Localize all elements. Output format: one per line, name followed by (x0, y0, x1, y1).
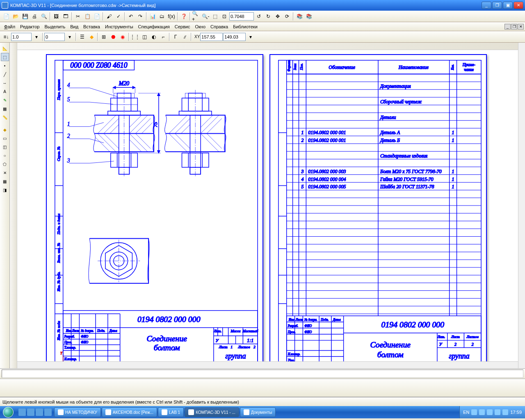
tool-geometry[interactable]: 📐 (1, 44, 9, 52)
tool-dim[interactable]: ↔ (1, 79, 9, 87)
frame-button[interactable]: 🖼 (52, 12, 61, 21)
zoom-fit-button[interactable]: ⊡ (220, 12, 229, 21)
coord-dd[interactable]: ▾ (246, 32, 255, 41)
tool-line[interactable]: ╱ (1, 70, 9, 78)
menu-select[interactable]: Выделить (42, 23, 68, 30)
tool-sel-cross[interactable]: ✕ (1, 169, 9, 177)
copy-button[interactable]: 📋 (83, 12, 92, 21)
tool-text[interactable]: A (1, 87, 9, 96)
ql-2[interactable] (27, 409, 34, 416)
task-2[interactable]: АКСЕНОВ.doc [Реж... (102, 407, 157, 417)
tool-sel-circle[interactable]: ○ (1, 151, 9, 160)
tray-icon-5[interactable] (502, 409, 508, 415)
zoom-next-button[interactable]: ↻ (264, 12, 273, 21)
vars-button[interactable]: f(x) (167, 12, 176, 21)
snap3-button[interactable]: ◉ (118, 32, 127, 41)
pan-button[interactable]: ✥ (273, 12, 282, 21)
menu-insert[interactable]: Вставка (81, 23, 103, 30)
tray-icon-4[interactable] (495, 409, 500, 415)
help-tool-button[interactable]: ❓ (179, 12, 188, 21)
tool-param[interactable]: ▦ (1, 105, 9, 113)
menu-view[interactable]: Вид (68, 23, 81, 30)
task-3[interactable]: LAB 1 (158, 407, 184, 417)
tool-edit[interactable]: ✎ (1, 96, 9, 104)
tool-sel-inv[interactable]: ◨ (1, 186, 9, 194)
restore-button[interactable]: ▣ (503, 2, 513, 9)
grid-button[interactable]: ⋮⋮ (130, 32, 139, 41)
tray-icon-3[interactable] (487, 409, 493, 415)
ortho-button[interactable]: ◫ (140, 32, 149, 41)
open-button[interactable]: 📂 (11, 12, 20, 21)
scale-combo[interactable] (11, 33, 32, 41)
tool-sel-all[interactable]: ▦ (1, 177, 9, 185)
close-button[interactable]: ✕ (514, 2, 523, 9)
copy-props-button[interactable]: 🖌 (105, 12, 114, 21)
menu-libs[interactable]: Библиотеки (231, 23, 260, 30)
cur-state-button[interactable]: ≡↓ (2, 32, 11, 41)
color-button[interactable]: ◆ (87, 32, 96, 41)
task-1[interactable]: НА МЕТОДИЧКУ (54, 407, 101, 417)
ql-4[interactable] (44, 409, 52, 416)
mdi-restore[interactable]: ❐ (511, 24, 517, 30)
tray-icon-1[interactable] (471, 409, 477, 415)
menu-tools[interactable]: Инструменты (103, 23, 136, 30)
save-button[interactable]: 💾 (21, 12, 30, 21)
task-4[interactable]: КОМПАС-3D V11 - ... (185, 407, 239, 417)
tool-point[interactable]: • (1, 62, 9, 70)
refresh-button[interactable]: ⟳ (283, 12, 292, 21)
menu-edit[interactable]: Редактор (18, 23, 42, 30)
paral-button[interactable]: ⫽ (180, 32, 189, 41)
ql-3[interactable] (36, 409, 43, 416)
task-5[interactable]: Документы (240, 407, 276, 417)
zoom-combo[interactable] (229, 12, 254, 21)
tool-measure[interactable]: 📏 (1, 113, 9, 121)
cut-button[interactable]: ✂ (73, 12, 82, 21)
step-dd[interactable]: ▾ (65, 32, 74, 41)
round-button[interactable]: ◐ (149, 32, 158, 41)
undo-button[interactable]: ↶ (126, 12, 135, 21)
layer-button[interactable]: ☰ (78, 32, 87, 41)
mdi-close[interactable]: ✕ (518, 24, 524, 30)
menu-help[interactable]: Справка (208, 23, 231, 30)
lang-indicator[interactable]: EN (463, 410, 469, 415)
tool-sel-trap[interactable]: ◫ (1, 143, 9, 151)
print-button[interactable]: 🖨 (30, 12, 39, 21)
menu-service[interactable]: Сервис (172, 23, 193, 30)
menu-spec[interactable]: Спецификация (136, 23, 172, 30)
lib2-button[interactable]: 📚 (304, 12, 313, 21)
drawing-canvas[interactable]: 000 000 Z080 4610 Перв. примен Справ. № … (17, 50, 518, 361)
props-button[interactable]: ✓ (114, 12, 123, 21)
step-combo[interactable] (44, 33, 65, 41)
minimize-button[interactable]: _ (482, 2, 491, 9)
zoom-out-button[interactable]: 🔍- (201, 12, 210, 21)
tool-sel-frame[interactable]: ▭ (1, 134, 9, 142)
tool-select[interactable]: ⬚ (1, 53, 9, 61)
menu-window[interactable]: Окно (192, 23, 208, 30)
lib-button[interactable]: 📚 (295, 12, 304, 21)
snap1-button[interactable]: ⊞ (99, 32, 108, 41)
maximize-button[interactable]: ❐ (492, 2, 502, 9)
coord-x[interactable] (200, 33, 223, 41)
new-button[interactable]: 📄 (2, 12, 11, 21)
ql-1[interactable] (18, 409, 26, 416)
start-button[interactable] (0, 406, 16, 418)
tree-button[interactable]: 🗂 (158, 12, 167, 21)
zoom-in-button[interactable]: 🔍+ (192, 12, 201, 21)
tool-sel-marker[interactable]: ◆ (1, 126, 9, 134)
scale-dd[interactable]: ▾ (32, 32, 41, 41)
perp-button[interactable]: Γ (171, 32, 180, 41)
snap2-button[interactable]: ⬣ (109, 32, 118, 41)
manager-button[interactable]: 📊 (148, 12, 157, 21)
scrollbar-horizontal[interactable] (17, 361, 518, 368)
redo-button[interactable]: ↷ (136, 12, 145, 21)
zoom-prev-button[interactable]: ↺ (254, 12, 263, 21)
menu-file[interactable]: ФФайлайл (2, 23, 18, 30)
mdi-minimize[interactable]: _ (504, 24, 511, 30)
coord-y[interactable] (223, 33, 246, 41)
frame2-button[interactable]: 🗔 (61, 12, 70, 21)
clock[interactable]: 17:59 (510, 410, 522, 415)
preview-button[interactable]: 🔍 (39, 12, 48, 21)
lcs-button[interactable]: ⌐ (159, 32, 168, 41)
scrollbar-vertical[interactable] (518, 43, 525, 368)
tray-icon-2[interactable] (479, 409, 485, 415)
